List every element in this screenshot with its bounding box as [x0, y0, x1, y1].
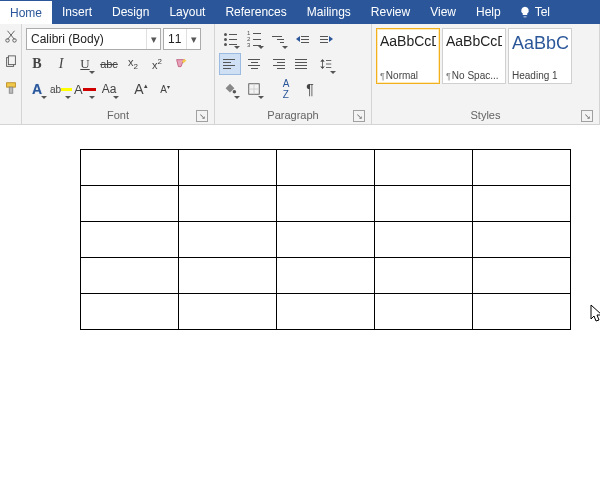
table-cell[interactable] — [179, 294, 277, 330]
table-cell[interactable] — [179, 222, 277, 258]
bold-button[interactable]: B — [26, 53, 48, 75]
line-spacing-button[interactable] — [315, 53, 337, 75]
tab-home[interactable]: Home — [0, 0, 52, 24]
decrease-indent-icon — [296, 36, 309, 43]
tell-me-label: Tel — [535, 5, 550, 19]
tab-layout[interactable]: Layout — [159, 0, 215, 24]
tab-help[interactable]: Help — [466, 0, 511, 24]
shading-button[interactable] — [219, 78, 241, 100]
borders-button[interactable] — [243, 78, 265, 100]
align-right-icon — [271, 59, 285, 69]
change-case-button[interactable]: Aa — [98, 78, 120, 100]
svg-rect-4 — [6, 83, 15, 87]
lightbulb-icon — [519, 6, 531, 18]
align-right-button[interactable] — [267, 53, 289, 75]
increase-indent-icon — [320, 36, 333, 43]
document-table[interactable] — [80, 149, 571, 330]
styles-dialog-launcher[interactable]: ↘ — [581, 110, 593, 122]
svg-rect-3 — [8, 56, 15, 65]
justify-button[interactable] — [291, 53, 313, 75]
table-cell[interactable] — [277, 294, 375, 330]
style-preview: AaBbCc — [512, 33, 568, 54]
group-font-label: Font ↘ — [26, 107, 210, 124]
svg-point-6 — [233, 90, 237, 94]
sort-button[interactable]: AZ — [275, 78, 297, 100]
table-cell[interactable] — [179, 186, 277, 222]
group-styles-label: Styles ↘ — [376, 107, 595, 124]
format-painter-icon[interactable] — [3, 80, 19, 96]
style-tile[interactable]: AaBbCcDd¶No Spac... — [442, 28, 506, 84]
table-cell[interactable] — [179, 258, 277, 294]
multilevel-list-button[interactable] — [267, 28, 289, 50]
table-cell[interactable] — [473, 186, 571, 222]
table-cell[interactable] — [375, 150, 473, 186]
increase-indent-button[interactable] — [315, 28, 337, 50]
font-dialog-launcher[interactable]: ↘ — [196, 110, 208, 122]
table-cell[interactable] — [473, 150, 571, 186]
table-cell[interactable] — [179, 150, 277, 186]
paragraph-dialog-launcher[interactable]: ↘ — [353, 110, 365, 122]
font-color-button[interactable]: A — [74, 78, 96, 100]
show-marks-button[interactable]: ¶ — [299, 78, 321, 100]
table-cell[interactable] — [81, 150, 179, 186]
highlight-button[interactable]: ab — [50, 78, 72, 100]
tell-me[interactable]: Tel — [511, 0, 556, 24]
table-cell[interactable] — [81, 294, 179, 330]
style-tile[interactable]: AaBbCcHeading 1 — [508, 28, 572, 84]
table-cell[interactable] — [277, 258, 375, 294]
tab-design[interactable]: Design — [102, 0, 159, 24]
superscript-button[interactable]: x2 — [146, 53, 168, 75]
table-cell[interactable] — [375, 186, 473, 222]
cut-icon[interactable] — [3, 28, 19, 44]
group-paragraph: 1 2 3 — [215, 24, 372, 124]
shrink-font-button[interactable]: A▾ — [154, 78, 176, 100]
underline-button[interactable]: U — [74, 53, 96, 75]
multilevel-icon — [272, 36, 284, 43]
table-cell[interactable] — [81, 186, 179, 222]
table-cell[interactable] — [473, 294, 571, 330]
document-area[interactable] — [0, 125, 600, 500]
strikethrough-button[interactable]: abc — [98, 53, 120, 75]
tab-review[interactable]: Review — [361, 0, 420, 24]
numbering-icon: 1 2 3 — [247, 31, 261, 47]
copy-icon[interactable] — [3, 54, 19, 70]
table-cell[interactable] — [277, 186, 375, 222]
align-left-button[interactable] — [219, 53, 241, 75]
style-tile[interactable]: AaBbCcDd¶Normal — [376, 28, 440, 84]
table-cell[interactable] — [277, 150, 375, 186]
decrease-indent-button[interactable] — [291, 28, 313, 50]
numbering-button[interactable]: 1 2 3 — [243, 28, 265, 50]
font-name-value: Calibri (Body) — [27, 32, 146, 46]
bullets-button[interactable] — [219, 28, 241, 50]
table-cell[interactable] — [375, 294, 473, 330]
style-name: ¶Normal — [380, 70, 436, 81]
subscript-button[interactable]: x2 — [122, 53, 144, 75]
table-cell[interactable] — [473, 258, 571, 294]
table-cell[interactable] — [473, 222, 571, 258]
table-cell[interactable] — [277, 222, 375, 258]
style-preview: AaBbCcDd — [446, 33, 502, 49]
table-cell[interactable] — [375, 258, 473, 294]
tab-mailings[interactable]: Mailings — [297, 0, 361, 24]
bullets-icon — [224, 33, 237, 46]
tab-insert[interactable]: Insert — [52, 0, 102, 24]
chevron-down-icon: ▾ — [186, 29, 200, 49]
style-preview: AaBbCcDd — [380, 33, 436, 49]
grow-font-button[interactable]: A▴ — [130, 78, 152, 100]
table-cell[interactable] — [81, 222, 179, 258]
clear-formatting-button[interactable] — [170, 53, 192, 75]
svg-rect-5 — [9, 87, 13, 93]
font-size-value: 11 — [164, 32, 186, 46]
italic-button[interactable]: I — [50, 53, 72, 75]
font-size-combo[interactable]: 11 ▾ — [163, 28, 201, 50]
tab-view[interactable]: View — [420, 0, 466, 24]
table-cell[interactable] — [81, 258, 179, 294]
align-center-icon — [247, 59, 261, 69]
justify-icon — [295, 59, 309, 69]
align-center-button[interactable] — [243, 53, 265, 75]
tab-references[interactable]: References — [215, 0, 296, 24]
table-cell[interactable] — [375, 222, 473, 258]
font-name-combo[interactable]: Calibri (Body) ▾ — [26, 28, 161, 50]
text-effects-button[interactable]: A — [26, 78, 48, 100]
ribbon-tabs: Home Insert Design Layout References Mai… — [0, 0, 600, 24]
